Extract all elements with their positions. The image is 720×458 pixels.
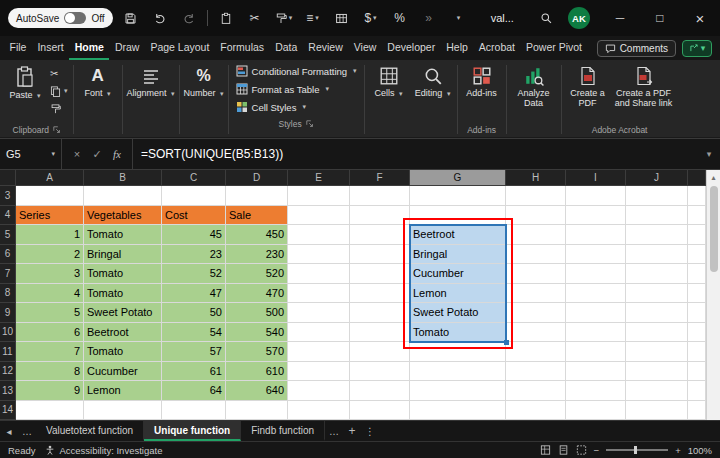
cell-D9[interactable]: 500 — [226, 303, 288, 323]
avatar[interactable]: AK — [568, 7, 590, 29]
cell-D12[interactable]: 610 — [226, 362, 288, 382]
cut-button[interactable]: ✂ — [48, 65, 70, 81]
cell-I4[interactable] — [566, 206, 626, 226]
column-header-B[interactable]: B — [84, 170, 162, 186]
cell-H3[interactable] — [506, 186, 566, 206]
cell-C3[interactable] — [162, 186, 226, 206]
zoom-in-button[interactable]: + — [675, 445, 681, 456]
cell-F7[interactable] — [350, 264, 410, 284]
row-header-7[interactable]: 7 — [0, 264, 16, 284]
cell-A8[interactable]: 4 — [16, 284, 84, 304]
dialog-launcher-icon[interactable] — [306, 120, 314, 128]
scrollbar-thumb[interactable] — [710, 186, 718, 272]
cell-D13[interactable]: 640 — [226, 381, 288, 401]
cell-B4[interactable]: Vegetables — [84, 206, 162, 226]
cell-D10[interactable]: 540 — [226, 323, 288, 343]
cell-A3[interactable] — [16, 186, 84, 206]
addins-button[interactable]: Add-ins — [461, 64, 503, 98]
menu-item-formulas[interactable]: Formulas — [215, 36, 270, 60]
cell-H12[interactable] — [506, 362, 566, 382]
cell-E14[interactable] — [288, 401, 350, 421]
autosave-switch[interactable] — [64, 12, 86, 24]
column-header-F[interactable]: F — [350, 170, 410, 186]
cell-F13[interactable] — [350, 381, 410, 401]
sheet-options-button[interactable]: ⋮ — [361, 421, 379, 441]
cell-I7[interactable] — [566, 264, 626, 284]
cell-D8[interactable]: 470 — [226, 284, 288, 304]
cell-E4[interactable] — [288, 206, 350, 226]
row-header-14[interactable]: 14 — [0, 401, 16, 421]
cell-C11[interactable]: 57 — [162, 342, 226, 362]
cell-F14[interactable] — [350, 401, 410, 421]
cut-button-qat[interactable]: ✂ — [244, 6, 266, 30]
page-break-view-button[interactable] — [576, 445, 587, 455]
menu-item-file[interactable]: File — [4, 36, 32, 60]
cell-E6[interactable] — [288, 245, 350, 265]
cell-J10[interactable] — [626, 323, 688, 343]
autosave-toggle[interactable]: AutoSave Off — [8, 8, 113, 28]
cell-A14[interactable] — [16, 401, 84, 421]
cell-H5[interactable] — [506, 225, 566, 245]
editing-button[interactable]: Editing ▾ — [412, 64, 454, 98]
cell-J6[interactable] — [626, 245, 688, 265]
column-header-C[interactable]: C — [162, 170, 226, 186]
cell-E13[interactable] — [288, 381, 350, 401]
cell-G9[interactable]: Sweet Potato — [410, 303, 506, 323]
cell-C7[interactable]: 52 — [162, 264, 226, 284]
column-header-G[interactable]: G — [410, 170, 506, 186]
menu-item-view[interactable]: View — [348, 36, 382, 60]
row-header-11[interactable]: 11 — [0, 342, 16, 362]
cell-J7[interactable] — [626, 264, 688, 284]
insert-function-button[interactable]: fx — [108, 148, 126, 160]
sheet-nav-more-button[interactable]: … — [18, 421, 36, 441]
cell-H10[interactable] — [506, 323, 566, 343]
cell-B11[interactable]: Tomato — [84, 342, 162, 362]
menu-item-data[interactable]: Data — [270, 36, 303, 60]
row-header-9[interactable]: 9 — [0, 303, 16, 323]
cell-I10[interactable] — [566, 323, 626, 343]
menu-item-page-layout[interactable]: Page Layout — [145, 36, 215, 60]
percent-button-qat[interactable]: % — [389, 6, 411, 30]
menu-item-help[interactable]: Help — [441, 36, 474, 60]
column-header-H[interactable]: H — [506, 170, 566, 186]
analyze-data-button[interactable]: Analyze Data — [510, 64, 558, 109]
format-as-table-button[interactable]: Format as Table ▾ — [232, 80, 361, 98]
cell-H8[interactable] — [506, 284, 566, 304]
normal-view-button[interactable] — [540, 445, 551, 455]
cell-G7[interactable]: Cucumber — [410, 264, 506, 284]
vertical-scrollbar[interactable]: ▴ — [706, 170, 720, 420]
zoom-slider-thumb[interactable] — [634, 446, 637, 454]
cell-I9[interactable] — [566, 303, 626, 323]
menu-item-insert[interactable]: Insert — [32, 36, 69, 60]
sheet-tab-findb-function[interactable]: Findb function — [241, 421, 325, 441]
cell-J9[interactable] — [626, 303, 688, 323]
cell-A9[interactable]: 5 — [16, 303, 84, 323]
search-button[interactable] — [536, 6, 558, 30]
cell-J14[interactable] — [626, 401, 688, 421]
column-header-E[interactable]: E — [288, 170, 350, 186]
cell-H7[interactable] — [506, 264, 566, 284]
cell-I3[interactable] — [566, 186, 626, 206]
cell-C10[interactable]: 54 — [162, 323, 226, 343]
cell-F4[interactable] — [350, 206, 410, 226]
cell-D4[interactable]: Sale — [226, 206, 288, 226]
cell-G4[interactable] — [410, 206, 506, 226]
conditional-formatting-button[interactable]: Conditional Formatting ▾ — [232, 62, 361, 80]
cell-D6[interactable]: 230 — [226, 245, 288, 265]
cell-G5[interactable]: Beetroot — [410, 225, 506, 245]
cell-E5[interactable] — [288, 225, 350, 245]
table-button-qat[interactable] — [331, 6, 353, 30]
cell-D11[interactable]: 570 — [226, 342, 288, 362]
cell-G13[interactable] — [410, 381, 506, 401]
cell-J3[interactable] — [626, 186, 688, 206]
cell-D5[interactable]: 450 — [226, 225, 288, 245]
cell-H9[interactable] — [506, 303, 566, 323]
accessibility-status[interactable]: Accessibility: Investigate — [45, 445, 162, 456]
column-header-D[interactable]: D — [226, 170, 288, 186]
cell-A6[interactable]: 2 — [16, 245, 84, 265]
sheet-nav-left-button[interactable]: ◂ — [0, 421, 18, 441]
cell-J8[interactable] — [626, 284, 688, 304]
cell-C5[interactable]: 45 — [162, 225, 226, 245]
row-header-3[interactable]: 3 — [0, 186, 16, 206]
document-title[interactable]: val... — [491, 12, 514, 24]
